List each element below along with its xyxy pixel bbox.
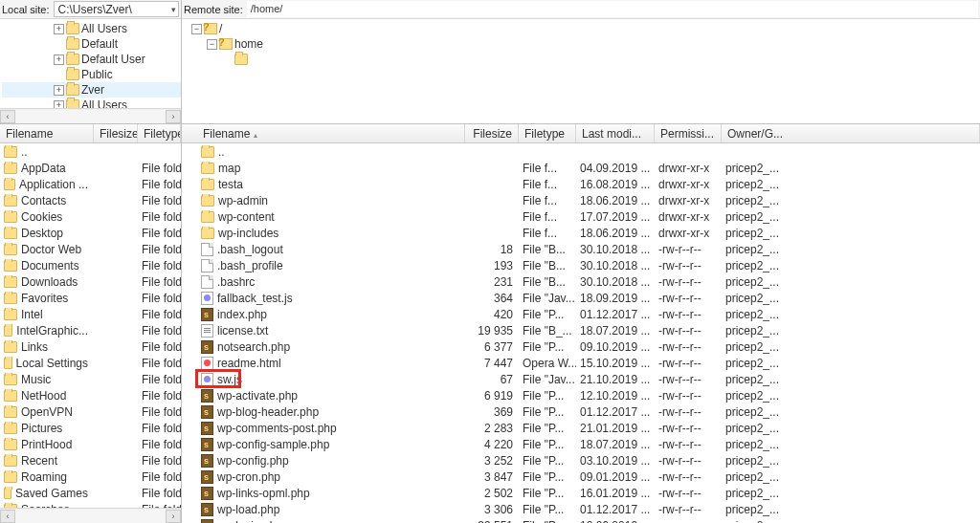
list-item[interactable]: swp-links-opml.php2 502File "P...16.01.2… [182, 485, 980, 501]
tree-item[interactable]: Default [2, 36, 181, 52]
col-lastmod[interactable]: Last modi... [576, 124, 655, 142]
file-type: File fold [138, 292, 181, 305]
file-date: 18.09.2019 ... [576, 292, 655, 305]
list-item[interactable]: .. [182, 143, 980, 160]
list-item[interactable]: IntelGraphic...File fold [0, 322, 181, 338]
expand-toggle-icon[interactable]: + [54, 54, 64, 65]
remote-headers[interactable]: Filename▴ Filesize Filetype Last modi...… [182, 124, 980, 143]
list-item[interactable]: readme.html7 447Opera W...15.10.2019 ...… [182, 355, 980, 371]
list-item[interactable]: LinksFile fold [0, 338, 181, 355]
file-icon [201, 243, 213, 256]
list-item[interactable]: DocumentsFile fold [0, 257, 181, 273]
list-item[interactable]: swp-activate.php6 919File "P...12.10.201… [182, 387, 980, 403]
local-tree-scrollbar[interactable]: ‹ › [0, 108, 181, 123]
list-item[interactable]: wp-includesFile f...18.06.2019 ...drwxr-… [182, 225, 980, 241]
list-item[interactable]: RoamingFile fold [0, 469, 181, 485]
local-site-label: Local site: [2, 4, 50, 15]
file-owner: pricep2_... [722, 519, 980, 524]
list-item[interactable]: .bashrc231File "B...30.10.2018 ...-rw-r-… [182, 273, 980, 290]
expand-toggle-icon[interactable]: + [54, 100, 64, 109]
list-item[interactable]: SearchesFile fold [0, 501, 181, 508]
local-headers[interactable]: Filename Filesize Filetype [0, 124, 181, 143]
tree-item[interactable] [184, 52, 980, 67]
tree-item[interactable]: +All Users [2, 21, 181, 36]
file-owner: pricep2_... [722, 340, 980, 354]
list-item[interactable]: wp-contentFile f...17.07.2019 ...drwxr-x… [182, 208, 980, 225]
col-filetype[interactable]: Filetype [519, 124, 576, 142]
col-perm[interactable]: Permissi... [655, 124, 722, 142]
local-path-combo[interactable]: C:\Users\Zver\ ▾ [54, 1, 179, 17]
list-item[interactable]: AppDataFile fold [0, 160, 181, 176]
tree-item[interactable]: +All Users [2, 98, 181, 108]
list-item[interactable]: IntelFile fold [0, 306, 181, 322]
remote-list-body[interactable]: ..mapFile f...04.09.2019 ...drwxr-xr-xpr… [182, 143, 980, 523]
expand-toggle-icon[interactable]: + [54, 85, 64, 96]
list-item[interactable]: Application ...File fold [0, 176, 181, 192]
scroll-left-icon[interactable]: ‹ [0, 110, 15, 123]
list-item[interactable]: ContactsFile fold [0, 192, 181, 208]
list-item[interactable]: OpenVPNFile fold [0, 403, 181, 420]
list-item[interactable]: DownloadsFile fold [0, 273, 181, 290]
tree-item[interactable]: −?home [184, 36, 980, 52]
col-filetype[interactable]: Filetype [138, 124, 181, 142]
scroll-track[interactable] [15, 110, 166, 123]
local-tree[interactable]: +All UsersDefault+Default UserPublic+Zve… [0, 19, 181, 108]
file-size: 2 283 [465, 422, 519, 435]
scroll-left-icon[interactable]: ‹ [0, 510, 15, 523]
list-item[interactable]: .bash_logout18File "B...30.10.2018 ...-r… [182, 241, 980, 257]
remote-tree[interactable]: −?/−?home [182, 19, 980, 123]
list-item[interactable]: PicturesFile fold [0, 420, 181, 436]
list-item[interactable]: swp-config.php3 252File "P...03.10.2019 … [182, 452, 980, 469]
list-item[interactable]: FavoritesFile fold [0, 290, 181, 306]
col-filename[interactable]: Filename [0, 124, 94, 142]
list-item[interactable]: MusicFile fold [0, 371, 181, 387]
scroll-right-icon[interactable]: › [166, 110, 181, 123]
col-filename[interactable]: Filename▴ [197, 124, 465, 142]
list-item[interactable]: swp-login.php39 551File "P...10.06.2019 … [182, 517, 980, 523]
scroll-track[interactable] [15, 510, 166, 523]
col-owner[interactable]: Owner/G... [722, 124, 980, 142]
list-item[interactable]: PrintHoodFile fold [0, 436, 181, 452]
expand-toggle-icon[interactable]: − [207, 39, 217, 50]
list-item[interactable]: sindex.php420File "P...01.12.2017 ...-rw… [182, 306, 980, 322]
tree-item-label: Zver [81, 83, 104, 97]
list-item[interactable]: NetHoodFile fold [0, 387, 181, 403]
scroll-right-icon[interactable]: › [166, 510, 181, 523]
expand-toggle-icon[interactable]: + [54, 24, 64, 34]
list-item[interactable]: .bash_profile193File "B...30.10.2018 ...… [182, 257, 980, 273]
expand-toggle-icon[interactable]: − [191, 24, 202, 34]
list-item[interactable]: testaFile f...16.08.2019 ...drwxr-xr-xpr… [182, 176, 980, 192]
file-date: 18.07.2019 ... [576, 324, 655, 338]
local-list-body[interactable]: ..AppDataFile foldApplication ...File fo… [0, 143, 181, 508]
col-filesize[interactable]: Filesize [94, 124, 138, 142]
list-item[interactable]: swp-blog-header.php369File "P...01.12.20… [182, 403, 980, 420]
list-item[interactable]: license.txt19 935File "B_...18.07.2019 .… [182, 322, 980, 338]
list-item[interactable]: Saved GamesFile fold [0, 485, 181, 501]
tree-item[interactable]: −?/ [184, 21, 980, 36]
list-item[interactable]: wp-adminFile f...18.06.2019 ...drwxr-xr-… [182, 192, 980, 208]
tree-item[interactable]: Public [2, 67, 181, 82]
list-item[interactable]: mapFile f...04.09.2019 ...drwxr-xr-xpric… [182, 160, 980, 176]
local-list-scrollbar[interactable]: ‹ › [0, 508, 181, 523]
list-item[interactable]: RecentFile fold [0, 452, 181, 469]
list-item[interactable]: CookiesFile fold [0, 208, 181, 225]
list-item[interactable]: sw.js67File "Jav...21.10.2019 ...-rw-r--… [182, 371, 980, 387]
file-date: 16.08.2019 ... [576, 178, 655, 191]
list-item[interactable]: swp-config-sample.php4 220File "P...18.0… [182, 436, 980, 452]
list-item[interactable]: swp-load.php3 306File "P...01.12.2017 ..… [182, 501, 980, 517]
list-item[interactable]: .. [0, 143, 181, 160]
list-item[interactable]: fallback_test.js364File "Jav...18.09.201… [182, 290, 980, 306]
folder-icon [4, 488, 11, 499]
list-item[interactable]: Doctor WebFile fold [0, 241, 181, 257]
tree-item[interactable]: +Zver [2, 82, 181, 98]
tree-item[interactable]: +Default User [2, 52, 181, 67]
list-item[interactable]: DesktopFile fold [0, 225, 181, 241]
list-item[interactable]: swp-comments-post.php2 283File "P...21.0… [182, 420, 980, 436]
remote-path-value[interactable]: /home/ [247, 1, 978, 17]
list-item[interactable]: swp-cron.php3 847File "P...09.01.2019 ..… [182, 469, 980, 485]
file-size: 4 220 [465, 438, 519, 451]
file-name: readme.html [217, 357, 281, 370]
list-item[interactable]: snotsearch.php6 377File "P...09.10.2019 … [182, 338, 980, 355]
col-filesize[interactable]: Filesize [465, 124, 519, 142]
list-item[interactable]: Local SettingsFile fold [0, 355, 181, 371]
